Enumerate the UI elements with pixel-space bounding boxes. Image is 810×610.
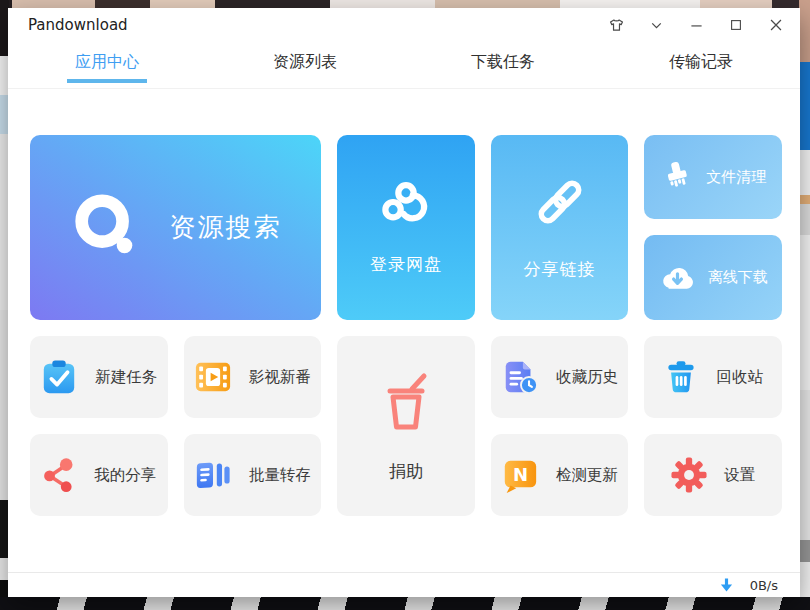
chain-link-icon: [532, 174, 588, 230]
film-play-icon: [194, 358, 232, 396]
my-shares-card[interactable]: 我的分享: [30, 434, 168, 516]
tab-label: 应用中心: [75, 52, 139, 73]
card-label: 我的分享: [94, 465, 156, 486]
donate-card[interactable]: 捐助: [337, 336, 475, 516]
document-clock-icon: [501, 358, 539, 396]
tabbar: 应用中心 资源列表 下载任务 传输记录: [8, 42, 800, 89]
svg-text:N: N: [513, 464, 528, 485]
tab-label: 下载任务: [471, 52, 535, 73]
shirt-icon: [608, 17, 625, 34]
card-label: 检测更新: [556, 465, 618, 486]
resource-search-card[interactable]: 资源搜索: [30, 135, 321, 320]
check-update-card[interactable]: N 检测更新: [491, 434, 629, 516]
download-speed-label: 0B/s: [750, 578, 778, 593]
desktop-background-bottom: [0, 597, 810, 610]
minimize-icon: [688, 17, 705, 34]
maximize-button[interactable]: [716, 8, 756, 42]
maximize-icon: [728, 17, 744, 33]
tab-app-center[interactable]: 应用中心: [8, 42, 206, 88]
card-label: 捐助: [389, 460, 423, 483]
baidu-pan-cloud-icon: [377, 179, 435, 225]
batch-save-card[interactable]: 批量转存: [184, 434, 322, 516]
app-center-panel: 资源搜索 登录网盘: [8, 89, 800, 572]
card-label: 新建任务: [95, 367, 157, 388]
offline-download-card[interactable]: 离线下载: [644, 235, 782, 320]
statusbar: 0B/s: [8, 572, 800, 597]
document-bars-icon: [194, 456, 232, 494]
chevron-down-icon: [648, 17, 665, 34]
cards-grid: 资源搜索 登录网盘: [30, 135, 782, 516]
trash-icon: [663, 359, 699, 395]
card-label: 资源搜索: [170, 210, 282, 245]
share-link-card[interactable]: 分享链接: [491, 135, 629, 320]
app-window: Pandownload: [8, 8, 800, 597]
card-label: 批量转存: [249, 465, 311, 486]
card-label: 收藏历史: [556, 367, 618, 388]
new-task-card[interactable]: 新建任务: [30, 336, 168, 418]
card-label: 影视新番: [249, 367, 311, 388]
tab-download-tasks[interactable]: 下载任务: [404, 42, 602, 88]
n-badge-icon: N: [501, 456, 539, 494]
close-button[interactable]: [756, 8, 796, 42]
download-arrow-icon: [720, 577, 733, 593]
dropdown-menu-button[interactable]: [636, 8, 676, 42]
tab-resource-list[interactable]: 资源列表: [206, 42, 404, 88]
card-label: 文件清理: [706, 168, 766, 187]
file-clean-card[interactable]: 文件清理: [644, 135, 782, 219]
card-label: 登录网盘: [370, 253, 442, 276]
clipboard-check-icon: [40, 358, 78, 396]
card-label: 分享链接: [524, 258, 596, 281]
card-label: 离线下载: [708, 268, 768, 287]
favorites-history-card[interactable]: 收藏历史: [491, 336, 629, 418]
window-controls: [596, 8, 800, 42]
desktop-background-right: [799, 0, 810, 610]
titlebar: Pandownload: [8, 8, 800, 42]
share-nodes-icon: [41, 457, 77, 493]
drink-cup-icon: [378, 370, 434, 434]
card-label: 设置: [724, 465, 755, 486]
window-title: Pandownload: [28, 16, 128, 34]
gear-icon: [671, 457, 707, 493]
brush-icon: [660, 160, 694, 194]
tab-label: 资源列表: [273, 52, 337, 73]
movies-card[interactable]: 影视新番: [184, 336, 322, 418]
active-tab-indicator: [67, 79, 147, 83]
search-circle-icon: [70, 191, 144, 265]
recycle-bin-card[interactable]: 回收站: [644, 336, 782, 418]
minimize-button[interactable]: [676, 8, 716, 42]
skin-theme-button[interactable]: [596, 8, 636, 42]
settings-card[interactable]: 设置: [644, 434, 782, 516]
card-label: 回收站: [716, 367, 763, 388]
tab-label: 传输记录: [669, 52, 733, 73]
login-netdisk-card[interactable]: 登录网盘: [337, 135, 475, 320]
tab-transfer-history[interactable]: 传输记录: [602, 42, 800, 88]
close-icon: [767, 16, 785, 34]
cloud-download-icon: [659, 263, 696, 293]
